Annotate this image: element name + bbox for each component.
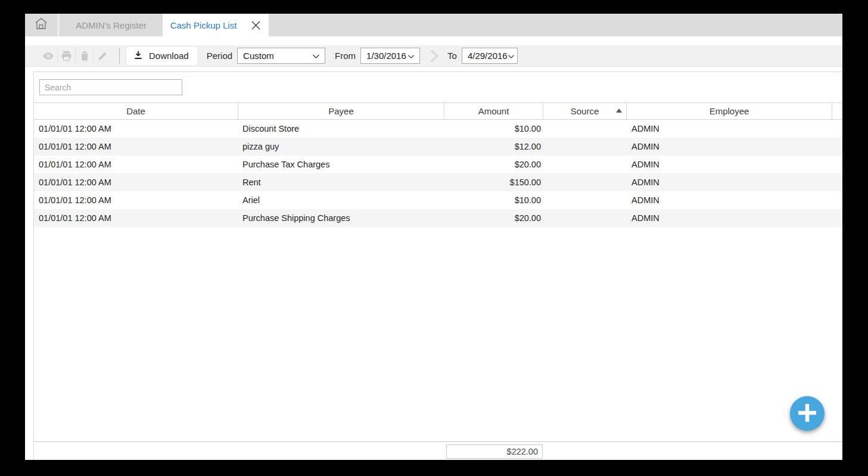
cell-employee: ADMIN xyxy=(627,155,832,173)
plus-icon xyxy=(796,402,819,426)
to-date-value: 4/29/2016 xyxy=(468,51,508,61)
cell-blank xyxy=(832,191,842,209)
cell-employee: ADMIN xyxy=(627,138,832,155)
column-header-blank xyxy=(832,103,842,119)
cell-amount: $20.00 xyxy=(444,209,543,227)
table-header-row: Date Payee Amount Source Employee xyxy=(34,102,842,120)
edit-icon[interactable] xyxy=(93,48,111,64)
cell-payee: pizza guy xyxy=(238,138,444,155)
from-date-select[interactable]: 1/30/2016 xyxy=(360,48,420,64)
period-label: Period xyxy=(207,51,232,61)
column-header-amount[interactable]: Amount xyxy=(444,103,543,119)
toolbar: Download Period Custom From 1/30/2016 xyxy=(25,45,842,67)
table-row[interactable]: 01/01/01 12:00 AM Discount Store $10.00 … xyxy=(34,120,842,138)
app-window: ADMIN's Register Cash Pickup List xyxy=(25,14,842,460)
sort-ascending-icon xyxy=(616,108,622,113)
cell-blank xyxy=(832,138,842,155)
cell-source xyxy=(543,120,627,138)
view-icon[interactable] xyxy=(39,48,57,64)
cell-date: 01/01/01 12:00 AM xyxy=(34,138,238,155)
period-value: Custom xyxy=(243,51,274,61)
tab-label: Cash Pickup List xyxy=(170,20,237,30)
to-date-select[interactable]: 4/29/2016 xyxy=(462,48,518,64)
close-tab-icon[interactable] xyxy=(251,20,261,30)
add-cash-pickup-button[interactable] xyxy=(790,396,825,431)
column-header-date[interactable]: Date xyxy=(34,103,238,119)
chevron-down-icon xyxy=(508,51,515,61)
home-icon xyxy=(33,16,49,34)
cell-employee: ADMIN xyxy=(627,120,832,138)
from-label: From xyxy=(335,51,356,61)
cell-source xyxy=(543,138,627,155)
column-header-employee[interactable]: Employee xyxy=(627,103,832,119)
cell-amount: $12.00 xyxy=(444,138,543,155)
home-tab[interactable] xyxy=(25,14,60,36)
empty-area xyxy=(34,227,842,441)
column-header-payee[interactable]: Payee xyxy=(238,103,444,119)
toolbar-separator xyxy=(119,48,120,64)
spacer xyxy=(25,67,842,71)
disabled-tool-icons xyxy=(39,48,111,64)
cell-amount: $20.00 xyxy=(444,155,543,173)
cell-date: 01/01/01 12:00 AM xyxy=(34,209,238,227)
tab-bar: ADMIN's Register Cash Pickup List xyxy=(25,14,842,36)
tab-label: ADMIN's Register xyxy=(76,20,147,30)
download-label: Download xyxy=(149,51,189,61)
cell-blank xyxy=(832,120,842,138)
table-row[interactable]: 01/01/01 12:00 AM Purchase Tax Charges $… xyxy=(34,155,842,173)
cell-employee: ADMIN xyxy=(627,173,832,191)
cell-date: 01/01/01 12:00 AM xyxy=(34,191,238,209)
cell-payee: Purchase Shipping Charges xyxy=(238,209,444,227)
delete-icon[interactable] xyxy=(75,48,93,64)
cell-date: 01/01/01 12:00 AM xyxy=(34,155,238,173)
cell-date: 01/01/01 12:00 AM xyxy=(34,173,238,191)
table-row[interactable]: 01/01/01 12:00 AM Rent $150.00 ADMIN xyxy=(34,173,842,191)
period-select[interactable]: Custom xyxy=(237,48,325,64)
table-row[interactable]: 01/01/01 12:00 AM pizza guy $12.00 ADMIN xyxy=(34,138,842,155)
cell-payee: Ariel xyxy=(238,191,444,209)
download-icon xyxy=(133,49,144,62)
table-footer: $222.00 xyxy=(34,441,842,460)
table-row[interactable]: 01/01/01 12:00 AM Purchase Shipping Char… xyxy=(34,209,842,227)
search-input[interactable] xyxy=(39,79,182,95)
cell-source xyxy=(543,155,627,173)
table-body: 01/01/01 12:00 AM Discount Store $10.00 … xyxy=(34,120,842,227)
cell-payee: Purchase Tax Charges xyxy=(238,155,444,173)
cell-amount: $10.00 xyxy=(444,120,543,138)
cell-payee: Discount Store xyxy=(238,120,444,138)
cell-employee: ADMIN xyxy=(627,191,832,209)
cell-date: 01/01/01 12:00 AM xyxy=(34,120,238,138)
print-icon[interactable] xyxy=(57,48,75,64)
chevron-down-icon xyxy=(407,51,415,61)
tab-admins-register[interactable]: ADMIN's Register xyxy=(60,14,163,36)
cash-pickup-panel: Date Payee Amount Source Employee 01/01/… xyxy=(33,71,842,460)
cell-blank xyxy=(832,173,842,191)
cell-payee: Rent xyxy=(238,173,444,191)
amount-total: $222.00 xyxy=(446,444,543,459)
cell-employee: ADMIN xyxy=(627,209,832,227)
cell-amount: $150.00 xyxy=(444,173,543,191)
table-row[interactable]: 01/01/01 12:00 AM Ariel $10.00 ADMIN xyxy=(34,191,842,209)
cell-amount: $10.00 xyxy=(444,191,543,209)
to-label: To xyxy=(447,51,457,61)
search-row xyxy=(34,72,842,102)
cell-source xyxy=(543,191,627,209)
cell-source xyxy=(543,209,627,227)
download-button[interactable]: Download xyxy=(127,47,197,65)
column-header-source[interactable]: Source xyxy=(543,103,627,119)
cell-blank xyxy=(832,155,842,173)
chevron-right-icon xyxy=(430,49,439,63)
spacer xyxy=(25,36,842,45)
from-date-value: 1/30/2016 xyxy=(366,51,406,61)
cell-blank xyxy=(832,209,842,227)
cell-source xyxy=(543,173,627,191)
chevron-down-icon xyxy=(312,51,320,61)
tab-cash-pickup-list[interactable]: Cash Pickup List xyxy=(163,14,269,36)
